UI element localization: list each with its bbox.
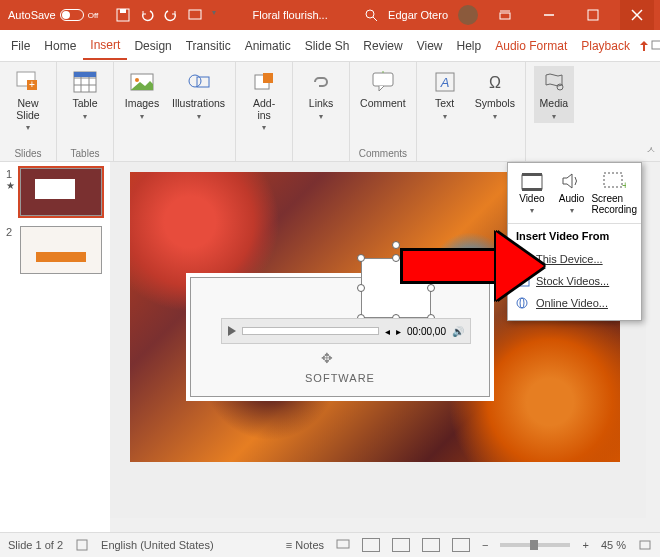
prev-icon[interactable]: ◂ [385, 326, 390, 337]
symbols-button[interactable]: Ω Symbols ▾ [473, 66, 517, 123]
tab-insert[interactable]: Insert [83, 32, 127, 60]
tab-design[interactable]: Design [127, 33, 178, 59]
tab-animations[interactable]: Animatic [238, 33, 298, 59]
video-menu-button[interactable]: Video▾ [512, 171, 552, 215]
collapse-ribbon-icon[interactable]: ㅅ [646, 143, 656, 157]
media-player[interactable]: ◂ ▸ 00:00,00 🔊 [221, 318, 471, 344]
reading-view-icon[interactable] [422, 538, 440, 552]
svg-text:+: + [622, 179, 626, 191]
slide-thumbnails: 1 ★ 2 [0, 162, 110, 532]
svg-point-32 [557, 84, 563, 90]
normal-view-icon[interactable] [362, 538, 380, 552]
accessibility-icon[interactable] [75, 538, 89, 552]
thumbnail-2[interactable]: 2 [6, 226, 104, 274]
play-icon[interactable] [228, 326, 236, 336]
slideshow-view-icon[interactable] [452, 538, 470, 552]
audio-icon [560, 171, 584, 191]
slide-counter[interactable]: Slide 1 of 2 [8, 539, 63, 551]
svg-rect-2 [189, 10, 201, 19]
tab-playback[interactable]: Playback [574, 33, 637, 59]
illustrations-button[interactable]: Illustrations ▾ [170, 66, 227, 123]
search-icon[interactable] [364, 8, 378, 22]
close-button[interactable] [620, 0, 654, 30]
group-label-tables: Tables [71, 146, 100, 159]
images-button[interactable]: Images ▾ [122, 66, 162, 123]
horizontal-scrollbar[interactable] [110, 518, 646, 532]
tab-audio-format[interactable]: Audio Format [488, 33, 574, 59]
svg-rect-1 [120, 9, 126, 13]
share-icon[interactable] [637, 34, 651, 58]
svg-line-4 [373, 17, 377, 21]
screen-recording-button[interactable]: + Screen Recording [591, 171, 637, 215]
links-button[interactable]: Links ▾ [301, 66, 341, 123]
notes-button[interactable]: ≡ Notes [286, 539, 324, 551]
addins-button[interactable]: Add- ins ▾ [244, 66, 284, 134]
language[interactable]: English (United States) [101, 539, 214, 551]
comment-icon: + [369, 68, 397, 96]
autosave-toggle[interactable]: AutoSave Off [8, 9, 98, 21]
volume-icon[interactable]: 🔊 [452, 326, 464, 337]
svg-rect-35 [522, 188, 542, 191]
titlebar: AutoSave Off ▾ Floral flourish... Edgar … [0, 0, 660, 30]
content-placeholder[interactable]: ◂ ▸ 00:00,00 🔊 ✥ SOFTWARE [190, 277, 490, 397]
thumbnail-1[interactable]: 1 ★ [6, 168, 104, 216]
audio-menu-button[interactable]: Audio▾ [552, 171, 592, 215]
svg-point-3 [366, 10, 374, 18]
present-icon[interactable] [188, 8, 202, 22]
svg-rect-8 [588, 10, 598, 20]
comment-button[interactable]: + Comment [358, 66, 408, 112]
minimize-button[interactable] [532, 0, 566, 30]
next-icon[interactable]: ▸ [396, 326, 401, 337]
svg-rect-44 [640, 541, 650, 549]
symbols-icon: Ω [481, 68, 509, 96]
tab-view[interactable]: View [410, 33, 450, 59]
new-slide-button[interactable]: + New Slide ▾ [8, 66, 48, 134]
comments-icon[interactable] [651, 34, 660, 58]
fit-window-icon[interactable] [638, 539, 652, 551]
links-icon [307, 68, 335, 96]
vertical-scrollbar[interactable] [646, 162, 660, 532]
group-label-slides: Slides [14, 146, 41, 159]
zoom-out[interactable]: − [482, 539, 488, 551]
group-label-comments: Comments [359, 146, 407, 159]
svg-point-22 [135, 78, 139, 82]
tab-file[interactable]: File [4, 33, 37, 59]
maximize-button[interactable] [576, 0, 610, 30]
svg-rect-43 [337, 540, 349, 548]
zoom-slider[interactable] [500, 543, 570, 547]
animation-star-icon: ★ [6, 180, 16, 191]
slide-canvas[interactable]: ◂ ▸ 00:00,00 🔊 ✥ SOFTWARE Video▾ Audio▾ [110, 162, 660, 532]
undo-icon[interactable] [140, 8, 154, 22]
table-button[interactable]: Table ▾ [65, 66, 105, 123]
video-icon [520, 171, 544, 191]
move-handle-icon[interactable]: ✥ [321, 350, 333, 366]
tab-home[interactable]: Home [37, 33, 83, 59]
zoom-level[interactable]: 45 % [601, 539, 626, 551]
text-button[interactable]: A Text ▾ [425, 66, 465, 123]
svg-text:+: + [379, 71, 386, 77]
workspace: 1 ★ 2 [0, 162, 660, 532]
svg-rect-33 [522, 175, 542, 189]
media-button[interactable]: Media ▾ [534, 66, 574, 123]
ribbon-options-icon[interactable] [488, 0, 522, 30]
username[interactable]: Edgar Otero [388, 9, 448, 21]
redo-icon[interactable] [164, 8, 178, 22]
svg-text:+: + [29, 79, 35, 90]
avatar[interactable] [458, 5, 478, 25]
sorter-view-icon[interactable] [392, 538, 410, 552]
seek-track[interactable] [242, 327, 379, 335]
statusbar: Slide 1 of 2 English (United States) ≡ N… [0, 532, 660, 557]
tab-review[interactable]: Review [356, 33, 409, 59]
screen-recording-icon: + [602, 171, 626, 191]
svg-rect-11 [652, 41, 660, 49]
display-settings-icon[interactable] [336, 539, 350, 551]
addins-icon [250, 68, 278, 96]
tab-transitions[interactable]: Transitic [179, 33, 238, 59]
tab-slideshow[interactable]: Slide Sh [298, 33, 357, 59]
tab-help[interactable]: Help [450, 33, 489, 59]
svg-rect-26 [263, 73, 273, 83]
svg-rect-20 [74, 72, 96, 77]
save-icon[interactable] [116, 8, 130, 22]
zoom-in[interactable]: + [582, 539, 588, 551]
media-time: 00:00,00 [407, 326, 446, 337]
